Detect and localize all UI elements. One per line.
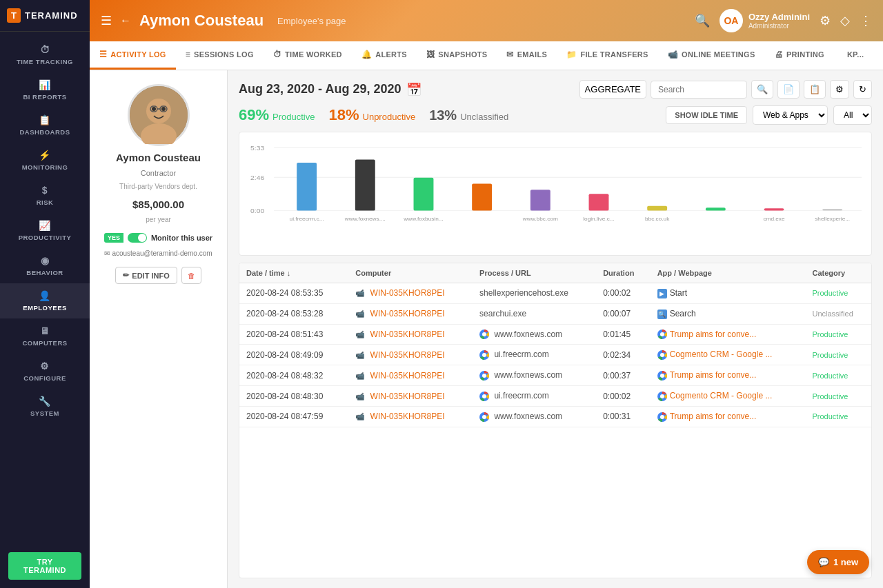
tab-time-worked[interactable]: ⏱TIME WORKED bbox=[264, 41, 352, 70]
search-input[interactable] bbox=[651, 81, 747, 99]
profile-panel: Aymon Cousteau Contractor Third-party Ve… bbox=[90, 70, 228, 588]
category-badge: Unclassified bbox=[812, 310, 853, 318]
col-header-date---time[interactable]: Date / time ↓ bbox=[239, 263, 348, 283]
refresh-button[interactable]: ↻ bbox=[853, 80, 872, 99]
sidebar-item-behavior[interactable]: ◉BEHAVIOR bbox=[0, 248, 90, 283]
monitor-toggle[interactable]: YES Monitor this user bbox=[104, 233, 212, 243]
svg-point-43 bbox=[660, 374, 664, 378]
computer-link[interactable]: WIN-035KHOR8PEI bbox=[370, 288, 445, 298]
tab-file-transfers[interactable]: 📁FILE TRANSFERS bbox=[557, 41, 658, 70]
edit-info-button[interactable]: ✏ EDIT INFO bbox=[115, 267, 177, 284]
user-menu[interactable]: OA Ozzy Adminini Administrator bbox=[720, 9, 810, 32]
show-idle-time-button[interactable]: SHOW IDLE TIME bbox=[666, 106, 747, 124]
chat-bubble[interactable]: 💬 1 new bbox=[807, 550, 869, 574]
emails-tab-icon: ✉ bbox=[506, 50, 513, 59]
category-badge: Productive bbox=[812, 372, 848, 380]
calendar-icon[interactable]: 📅 bbox=[406, 82, 421, 97]
svg-rect-27 bbox=[706, 207, 726, 210]
search-button[interactable]: 🔍 bbox=[751, 80, 773, 99]
more-icon[interactable]: ⋮ bbox=[860, 13, 872, 28]
tab-kp[interactable]: KP... bbox=[834, 41, 874, 70]
all-filter[interactable]: All bbox=[833, 105, 872, 125]
cell-app: Trump aims for conve... bbox=[651, 365, 806, 386]
chart-area: 5:332:460:00ui.freecrm.c...www.foxnews..… bbox=[239, 132, 872, 256]
employees-icon: 👤 bbox=[39, 290, 51, 301]
download-pdf-button[interactable]: 📋 bbox=[804, 80, 826, 99]
tab-activity-log[interactable]: ☰ACTIVITY LOG bbox=[90, 41, 176, 70]
sidebar-item-employees[interactable]: 👤EMPLOYEES bbox=[0, 283, 90, 318]
activity-log-tab-icon: ☰ bbox=[99, 50, 107, 59]
tab-online-meetings[interactable]: 📹ONLINE MEETINGS bbox=[658, 41, 765, 70]
computer-link[interactable]: WIN-035KHOR8PEI bbox=[370, 350, 445, 360]
sidebar-item-configure[interactable]: ⚙CONFIGURE bbox=[0, 354, 90, 389]
app-name-link[interactable]: Cogmento CRM - Google ... bbox=[670, 349, 773, 359]
sidebar-item-dashboards[interactable]: 📋DASHBOARDS bbox=[0, 108, 90, 143]
back-icon[interactable]: ← bbox=[120, 14, 131, 27]
svg-text:cmd.exe: cmd.exe bbox=[763, 216, 785, 222]
svg-text:0:00: 0:00 bbox=[250, 207, 265, 215]
time-worked-tab-icon: ⏱ bbox=[273, 50, 281, 59]
try-teramind-button[interactable]: TRY TERAMIND bbox=[8, 552, 81, 580]
menu-icon[interactable]: ☰ bbox=[101, 13, 112, 28]
tab-sessions-log[interactable]: ≡SESSIONS LOG bbox=[176, 41, 264, 70]
sidebar-item-bi-reports[interactable]: 📊BI REPORTS bbox=[0, 72, 90, 108]
svg-point-1 bbox=[146, 99, 171, 123]
diamond-icon[interactable]: ◇ bbox=[840, 13, 850, 28]
time-tracking-icon: ⏱ bbox=[40, 44, 50, 55]
delete-button[interactable]: 🗑 bbox=[181, 267, 201, 284]
system-icon: 🔧 bbox=[39, 396, 51, 407]
app-name-link[interactable]: Trump aims for conve... bbox=[670, 412, 757, 421]
tab-emails[interactable]: ✉EMAILS bbox=[497, 41, 557, 70]
toggle-track[interactable] bbox=[128, 233, 147, 243]
cell-datetime: 2020-08-24 08:48:30 bbox=[239, 386, 348, 407]
web-apps-filter[interactable]: Web & Apps bbox=[753, 105, 828, 125]
printing-tab-icon: 🖨 bbox=[775, 50, 783, 59]
app-name-link[interactable]: Trump aims for conve... bbox=[670, 330, 757, 339]
sidebar-item-monitoring[interactable]: ⚡MONITORING bbox=[0, 143, 90, 178]
sidebar-item-computers[interactable]: 🖥COMPUTERS bbox=[0, 318, 90, 354]
download-csv-button[interactable]: 📄 bbox=[777, 80, 800, 99]
tab-alerts[interactable]: 🔔ALERTS bbox=[352, 41, 417, 70]
settings-filter-button[interactable]: ⚙ bbox=[830, 80, 849, 99]
cam-icon[interactable]: 📹 bbox=[355, 289, 365, 297]
computer-link[interactable]: WIN-035KHOR8PEI bbox=[370, 412, 445, 421]
cell-computer: 📹 WIN-035KHOR8PEI bbox=[348, 365, 473, 386]
cam-icon[interactable]: 📹 bbox=[355, 372, 365, 380]
sessions-log-tab-icon: ≡ bbox=[186, 50, 190, 59]
cell-process: www.foxnews.com bbox=[473, 324, 596, 345]
bi-reports-icon: 📊 bbox=[39, 79, 51, 90]
sidebar-item-time-tracking[interactable]: ⏱TIME TRACKING bbox=[0, 37, 90, 72]
cell-app: Trump aims for conve... bbox=[651, 406, 806, 427]
svg-text:www.bbc.com: www.bbc.com bbox=[522, 216, 558, 222]
profile-actions: ✏ EDIT INFO 🗑 bbox=[115, 267, 201, 284]
app-name-link[interactable]: Trump aims for conve... bbox=[670, 370, 757, 380]
category-badge: Productive bbox=[812, 351, 848, 359]
cam-icon[interactable]: 📹 bbox=[355, 351, 365, 359]
cell-computer: 📹 WIN-035KHOR8PEI bbox=[348, 386, 473, 407]
computer-link[interactable]: WIN-035KHOR8PEI bbox=[370, 309, 445, 318]
cam-icon[interactable]: 📹 bbox=[355, 310, 365, 318]
computer-link[interactable]: WIN-035KHOR8PEI bbox=[370, 371, 445, 381]
svg-rect-18 bbox=[414, 178, 434, 211]
computer-link[interactable]: WIN-035KHOR8PEI bbox=[370, 392, 445, 401]
tab-snapshots[interactable]: 🖼SNAPSHOTS bbox=[417, 41, 497, 70]
sidebar: T TERAMIND ⏱TIME TRACKING📊BI REPORTS📋DAS… bbox=[0, 0, 90, 588]
app-name-link[interactable]: Cogmento CRM - Google ... bbox=[670, 391, 773, 401]
date-controls: AGGREGATE 🔍 📄 📋 ⚙ ↻ bbox=[579, 80, 872, 99]
profile-avatar bbox=[128, 84, 190, 146]
sidebar-item-productivity[interactable]: 📈PRODUCTIVITY bbox=[0, 213, 90, 248]
category-badge: Productive bbox=[812, 330, 848, 338]
settings-icon[interactable]: ⚙ bbox=[820, 13, 831, 28]
sidebar-item-risk[interactable]: $RISK bbox=[0, 178, 90, 213]
cell-app: Trump aims for conve... bbox=[651, 324, 806, 345]
cam-icon[interactable]: 📹 bbox=[355, 412, 365, 420]
search-icon[interactable]: 🔍 bbox=[695, 13, 710, 28]
table-row: 2020-08-24 08:49:09 📹 WIN-035KHOR8PEI ui… bbox=[239, 345, 871, 365]
cam-icon[interactable]: 📹 bbox=[355, 330, 365, 338]
cam-icon[interactable]: 📹 bbox=[355, 392, 365, 401]
aggregate-button[interactable]: AGGREGATE bbox=[579, 80, 646, 99]
tabbar: ☰ACTIVITY LOG≡SESSIONS LOG⏱TIME WORKED🔔A… bbox=[90, 41, 883, 70]
tab-printing[interactable]: 🖨PRINTING bbox=[765, 41, 834, 70]
sidebar-item-system[interactable]: 🔧SYSTEM bbox=[0, 389, 90, 424]
computer-link[interactable]: WIN-035KHOR8PEI bbox=[370, 330, 445, 339]
